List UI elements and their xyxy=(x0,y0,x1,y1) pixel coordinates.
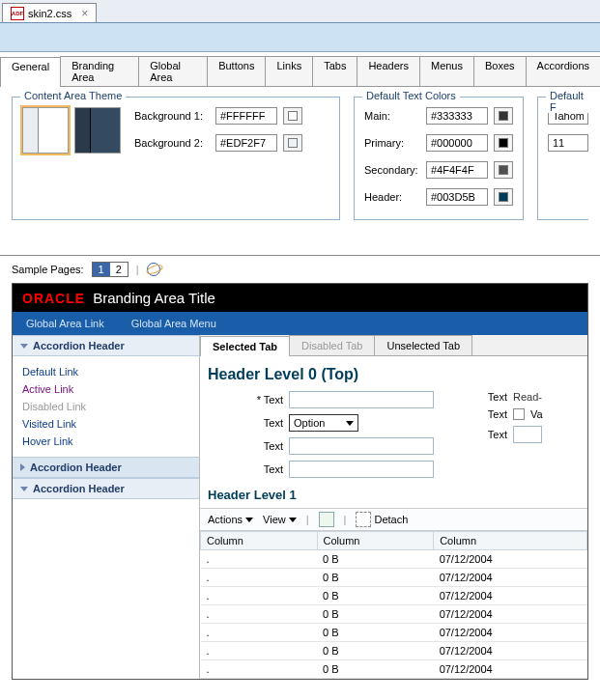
color-picker-button[interactable] xyxy=(494,134,513,152)
color-label: Secondary: xyxy=(364,164,420,176)
tab-links[interactable]: Links xyxy=(265,56,313,86)
sidebar-link-hover-link[interactable]: Hover Link xyxy=(22,435,189,447)
sidebar-link-active-link[interactable]: Active Link xyxy=(22,383,189,395)
text-input-small[interactable] xyxy=(513,426,542,443)
table-cell: . xyxy=(201,605,318,624)
background2-color-picker[interactable] xyxy=(283,134,302,152)
sidebar-link-disabled-link: Disabled Link xyxy=(22,401,189,412)
color-row: Header: xyxy=(364,188,513,206)
tab-buttons[interactable]: Buttons xyxy=(207,56,266,86)
color-row: Main: xyxy=(364,107,513,125)
field-label: Text xyxy=(248,417,283,429)
tab-tabs[interactable]: Tabs xyxy=(312,56,357,86)
table-cell: . xyxy=(201,624,318,642)
table-cell: 07/12/2004 xyxy=(434,642,587,660)
readonly-value: Read- xyxy=(513,391,542,403)
theme-swatch-light[interactable] xyxy=(22,107,69,154)
tab-selected[interactable]: Selected Tab xyxy=(200,336,290,356)
preview-pane: ORACLE Branding Area Title Global Area L… xyxy=(12,283,588,680)
tab-headers[interactable]: Headers xyxy=(357,56,420,86)
data-table: ColumnColumnColumn .0 B07/12/2004.0 B07/… xyxy=(200,531,587,679)
tab-menus[interactable]: Menus xyxy=(419,56,474,86)
table-row[interactable]: .0 B07/12/2004 xyxy=(201,587,587,605)
accordion-header-3[interactable]: Accordion Header xyxy=(13,478,199,499)
color-picker-button[interactable] xyxy=(494,107,513,125)
sample-pages-bar: Sample Pages: 1 2 | xyxy=(0,256,600,283)
sample-page-toggle[interactable]: 1 2 xyxy=(92,262,129,277)
table-row[interactable]: .0 B07/12/2004 xyxy=(201,642,587,660)
background1-color-picker[interactable] xyxy=(283,107,302,125)
background2-label: Background 2: xyxy=(134,137,210,149)
table-cell: 0 B xyxy=(317,550,434,569)
actions-menu[interactable]: Actions xyxy=(208,514,253,525)
tab-boxes[interactable]: Boxes xyxy=(473,56,527,86)
color-picker-button[interactable] xyxy=(494,161,513,179)
table-row[interactable]: .0 B07/12/2004 xyxy=(201,660,587,679)
color-input[interactable] xyxy=(426,161,488,179)
sample-page-1[interactable]: 1 xyxy=(93,263,110,276)
accordion-header-2[interactable]: Accordion Header xyxy=(13,457,199,478)
text-input-required[interactable] xyxy=(289,391,434,408)
table-column-header[interactable]: Column xyxy=(201,532,318,550)
color-row: Primary: xyxy=(364,134,513,152)
text-input[interactable] xyxy=(289,437,434,455)
global-area-link[interactable]: Global Area Link xyxy=(26,318,104,329)
table-cell: 0 B xyxy=(317,605,434,624)
tab-general[interactable]: General xyxy=(0,57,61,87)
file-tab-label: skin2.css xyxy=(28,8,71,19)
table-row[interactable]: .0 B07/12/2004 xyxy=(201,550,587,569)
field-label: Text xyxy=(472,408,507,420)
table-column-header[interactable]: Column xyxy=(434,532,587,550)
tab-disabled: Disabled Tab xyxy=(289,335,375,355)
color-input[interactable] xyxy=(426,134,488,152)
property-tabs: GeneralBranding AreaGlobal AreaButtonsLi… xyxy=(0,56,600,87)
adf-css-icon: ADF xyxy=(11,7,24,20)
table-cell: . xyxy=(201,587,318,605)
tab-branding-area[interactable]: Branding Area xyxy=(60,56,139,86)
table-column-header[interactable]: Column xyxy=(317,532,434,550)
background2-input[interactable] xyxy=(215,134,277,152)
checkbox[interactable] xyxy=(513,408,525,420)
background1-input[interactable] xyxy=(215,107,277,125)
dropdown-arrow-icon xyxy=(346,421,354,426)
view-menu[interactable]: View xyxy=(263,514,297,525)
browser-preview-icon[interactable] xyxy=(147,263,160,276)
file-tab-skin2css[interactable]: ADF skin2.css × xyxy=(2,3,97,22)
font-size-input[interactable] xyxy=(548,134,588,152)
header-level-1: Header Level 1 xyxy=(200,478,587,508)
table-cell: 0 B xyxy=(317,642,434,660)
sidebar-link-default-link[interactable]: Default Link xyxy=(22,366,189,378)
refresh-icon[interactable] xyxy=(319,512,334,527)
content-area-theme-group: Content Area Theme Background 1: Backgro… xyxy=(12,97,340,220)
content-area: Selected Tab Disabled Tab Unselected Tab… xyxy=(200,335,587,679)
option-select[interactable]: Option xyxy=(289,414,358,432)
tab-accordions[interactable]: Accordions xyxy=(526,56,600,86)
detach-button[interactable]: Detach xyxy=(356,512,408,527)
theme-swatch-dark[interactable] xyxy=(74,107,121,154)
tab-global-area[interactable]: Global Area xyxy=(138,56,208,86)
fieldset-legend: Default Text Colors xyxy=(362,90,460,101)
general-panel: Content Area Theme Background 1: Backgro… xyxy=(0,87,600,249)
table-row[interactable]: .0 B07/12/2004 xyxy=(201,569,587,587)
color-input[interactable] xyxy=(426,188,488,206)
global-area-menu[interactable]: Global Area Menu xyxy=(131,318,216,329)
text-input[interactable] xyxy=(289,461,434,478)
table-row[interactable]: .0 B07/12/2004 xyxy=(201,605,587,624)
close-icon[interactable]: × xyxy=(81,7,88,20)
default-text-colors-group: Default Text Colors Main:Primary:Seconda… xyxy=(354,97,524,220)
table-cell: 0 B xyxy=(317,569,434,587)
color-input[interactable] xyxy=(426,107,488,125)
editor-toolbar-strip xyxy=(0,23,600,52)
color-picker-button[interactable] xyxy=(494,188,513,206)
table-cell: 07/12/2004 xyxy=(434,569,587,587)
accordion-header-1[interactable]: Accordion Header xyxy=(13,335,199,356)
sidebar: Accordion Header Default LinkActive Link… xyxy=(13,335,200,679)
oracle-logo: ORACLE xyxy=(22,291,85,306)
dropdown-arrow-icon xyxy=(289,518,297,522)
detach-icon xyxy=(356,512,371,527)
field-label: Text xyxy=(472,429,507,440)
tab-unselected[interactable]: Unselected Tab xyxy=(374,335,472,355)
sample-page-2[interactable]: 2 xyxy=(110,263,128,276)
sidebar-link-visited-link[interactable]: Visited Link xyxy=(22,418,189,430)
table-row[interactable]: .0 B07/12/2004 xyxy=(201,624,587,642)
